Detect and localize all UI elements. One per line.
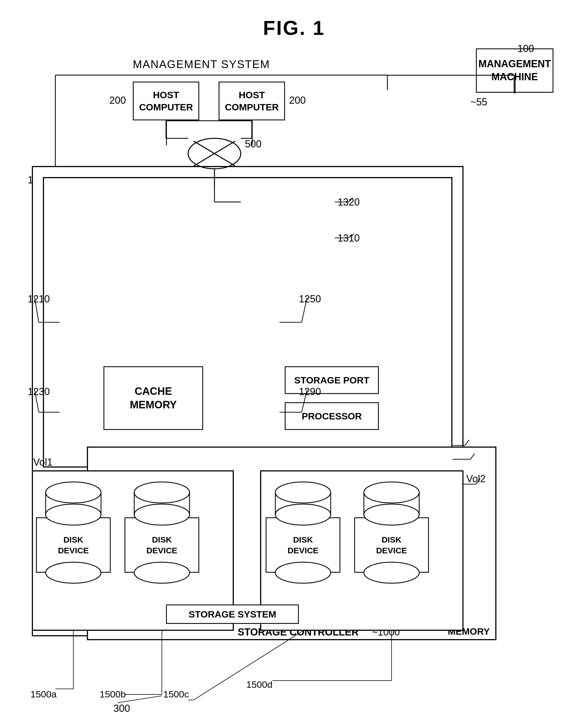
storage-system-box: STORAGE SYSTEM [166,605,299,624]
label-1320: 1320 [338,196,360,208]
label-300: 300 [113,703,130,714]
svg-point-0 [188,138,241,169]
label-1500b: 1500b [100,689,126,700]
label-1210: 1210 [28,293,50,305]
host-computer-1-label: HOSTCOMPUTER [139,89,193,113]
disk-device-2b: DISKDEVICE [354,518,429,573]
svg-line-2 [194,141,235,166]
storage-controller-box: CACHEMEMORY STORAGE PORT PROCESSOR COPY-… [43,177,453,467]
figure-title: FIG. 1 [263,17,325,39]
hosts-hline [166,120,253,121]
disk-device-1b: DISKDEVICE [125,518,199,573]
label-1250: 1250 [299,293,321,305]
cache-memory-label: CACHEMEMORY [130,384,177,412]
label-55: ~55 [470,96,487,108]
label-1310: 1310 [338,232,360,244]
svg-line-26 [465,440,469,445]
label-1290: 1290 [299,386,321,398]
host-computer-1-box: HOSTCOMPUTER [133,82,199,120]
label-1230: 1230 [28,386,50,398]
host-computer-2-box: HOSTCOMPUTER [218,82,285,120]
label-1500a: 1500a [30,689,57,700]
processor-box: PROCESSOR [285,402,379,430]
svg-line-1 [194,141,235,166]
label-vol2: Vol2 [466,473,486,485]
storage-system-label: STORAGE SYSTEM [189,609,276,620]
label-100: 100 [518,43,534,55]
storage-port-label: STORAGE PORT [294,375,369,386]
label-200-left: 200 [109,94,126,106]
processor-label: PROCESSOR [301,411,362,422]
cache-memory-box: CACHEMEMORY [104,366,203,430]
label-1500d: 1500d [246,679,273,690]
management-system-label: MANAGEMENT SYSTEM [133,58,270,70]
host1-vline [166,120,167,145]
label-500: 500 [245,138,261,150]
management-system-line [55,75,387,76]
disk-device-2a: DISKDEVICE [266,518,340,573]
disk-device-1a: DISKDEVICE [36,518,111,573]
mgmt-machine-vline [515,75,516,93]
host-computer-2-label: HOSTCOMPUTER [225,89,279,113]
label-vol1: Vol1 [33,457,52,468]
label-200-right: 200 [289,94,306,106]
label-1500c: 1500c [163,689,189,700]
